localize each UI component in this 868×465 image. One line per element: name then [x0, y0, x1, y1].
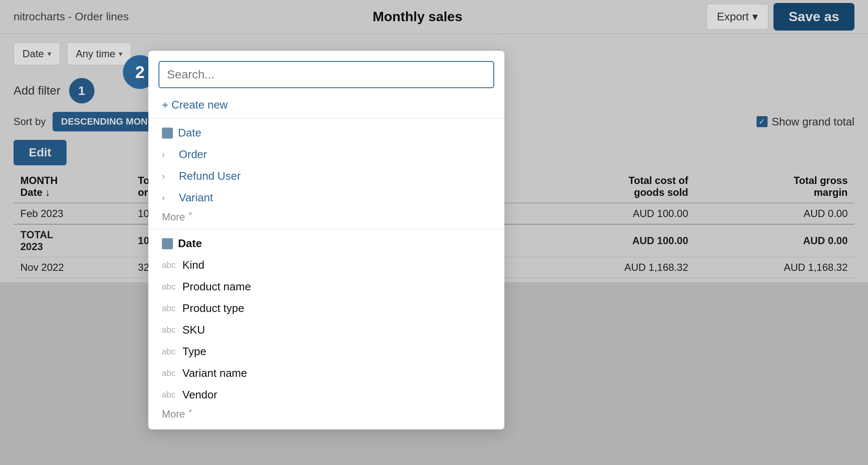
- dropdown-item-kind[interactable]: abc Kind: [148, 254, 504, 276]
- abc-prefix: abc: [162, 368, 175, 378]
- more-link-1[interactable]: More ˅: [148, 209, 504, 226]
- calendar-icon: [162, 128, 173, 139]
- chevron-right-icon: ›: [162, 193, 174, 203]
- divider-1: [148, 118, 504, 119]
- create-new-link[interactable]: + Create new: [148, 95, 504, 115]
- abc-prefix: abc: [162, 390, 175, 400]
- abc-prefix: abc: [162, 304, 175, 313]
- abc-prefix: abc: [162, 325, 175, 335]
- divider-2: [148, 229, 504, 229]
- chevron-right-icon: ›: [162, 171, 174, 181]
- abc-prefix: abc: [162, 347, 175, 356]
- more-link-2[interactable]: More ˅: [148, 406, 504, 423]
- dropdown-item-variant-name[interactable]: abc Variant name: [148, 362, 504, 384]
- dropdown-item-product-name[interactable]: abc Product name: [148, 276, 504, 298]
- search-wrap: [148, 61, 504, 95]
- dropdown-item-variant[interactable]: › Variant: [148, 187, 504, 209]
- dropdown-item-refund-user[interactable]: › Refund User: [148, 165, 504, 187]
- chevron-right-icon: ›: [162, 150, 174, 159]
- dropdown-item-date-group1[interactable]: Date: [148, 122, 504, 144]
- abc-prefix: abc: [162, 282, 175, 292]
- calendar-icon-2: [162, 238, 173, 249]
- dropdown-item-date-group2[interactable]: Date: [148, 233, 504, 254]
- field-picker-dropdown: + Create new Date › Order › Refund User …: [148, 51, 504, 429]
- dropdown-item-vendor[interactable]: abc Vendor: [148, 384, 504, 406]
- dropdown-item-sku[interactable]: abc SKU: [148, 319, 504, 341]
- abc-prefix: abc: [162, 260, 175, 270]
- dropdown-item-order[interactable]: › Order: [148, 144, 504, 165]
- dropdown-item-type[interactable]: abc Type: [148, 341, 504, 362]
- dropdown-item-product-type[interactable]: abc Product type: [148, 298, 504, 319]
- search-input[interactable]: [159, 61, 494, 88]
